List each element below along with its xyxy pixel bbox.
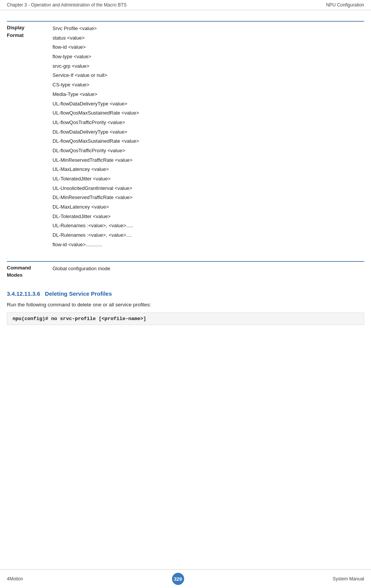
list-item: CS-type <value>: [53, 80, 364, 90]
header-right: NPU Configuration: [326, 2, 364, 8]
list-item: DL-flowQosMaxSustainedRate <value>: [53, 137, 364, 146]
list-item: flow-id <value>............: [53, 240, 364, 250]
display-format-label: DisplayFormat: [7, 24, 53, 250]
code-block: npu(config)# no srvc-profile [<profile-n…: [7, 312, 364, 325]
code-text: npu(config)# no srvc-profile [<profile-n…: [13, 316, 146, 322]
list-item: UL-flowDataDeliveryType <value>: [53, 99, 364, 109]
list-item: Srvc Profile <value>: [53, 24, 364, 33]
subsection-body: Run the following command to delete one …: [7, 301, 364, 309]
page-content: DisplayFormat Srvc Profile <value>status…: [0, 10, 371, 348]
command-modes-label: CommandModes: [7, 264, 53, 279]
page-number: 329: [172, 573, 184, 585]
list-item: UL-flowQosTrafficPrority <value>: [53, 118, 364, 127]
command-modes-value: Global configuration mode: [53, 264, 364, 274]
footer-left: 4Motion: [7, 576, 23, 582]
list-item: DL-Rulenames :<value>, <value>....: [53, 231, 364, 240]
list-item: status <value>: [53, 33, 364, 43]
subsection-number: 3.4.12.11.3.6: [7, 290, 40, 297]
list-item: UL-MinReservedTrafficRate <value>: [53, 156, 364, 165]
command-modes-content: Global configuration mode: [53, 264, 364, 279]
list-item: DL-MinReservedTrafficRate <value>: [53, 193, 364, 202]
list-item: DL-MaxLatencey <value>: [53, 202, 364, 212]
list-item: flow-id <value>: [53, 43, 364, 52]
display-format-section: DisplayFormat Srvc Profile <value>status…: [7, 21, 364, 250]
page-header: Chapter 3 - Operation and Administration…: [0, 0, 371, 10]
subsection-heading: 3.4.12.11.3.6 Deleting Service Profiles: [7, 290, 364, 297]
footer-right: System Manual: [333, 576, 364, 582]
list-item: srvc-grp <value>: [53, 62, 364, 71]
list-item: UL-Rulenames :<value>, <value>.....: [53, 221, 364, 231]
list-item: Media-Type <value>: [53, 90, 364, 99]
list-item: DL-flowDataDeliveryType <value>: [53, 127, 364, 137]
page-footer: 4Motion 329 System Manual: [0, 569, 371, 588]
list-item: Service-If <value or null>: [53, 71, 364, 80]
list-item: flow-type <value>: [53, 52, 364, 62]
display-format-content: Srvc Profile <value>status <value>flow-i…: [53, 24, 364, 250]
list-item: DL-flowQosTrafficPrority <value>: [53, 146, 364, 156]
subsection-title: Deleting Service Profiles: [45, 290, 112, 297]
header-left: Chapter 3 - Operation and Administration…: [7, 2, 127, 8]
list-item: UL-UnsolicitedGrantInterval <value>: [53, 184, 364, 193]
list-item: UL-flowQosMaxSustainedRate <value>: [53, 108, 364, 118]
list-item: UL-ToleratedJitter <value>: [53, 174, 364, 184]
command-modes-section: CommandModes Global configuration mode: [7, 261, 364, 279]
list-item: DL-ToleratedJitter <value>: [53, 212, 364, 221]
list-item: UL-MaxLatencey <value>: [53, 165, 364, 174]
